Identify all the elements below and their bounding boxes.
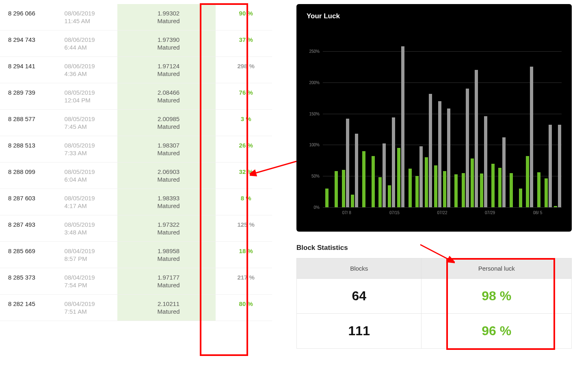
bar-group bbox=[470, 33, 479, 207]
cell-pct: 217 % bbox=[216, 268, 272, 295]
cell-block: 8 288 513 bbox=[0, 136, 56, 163]
bar-group bbox=[323, 33, 331, 207]
bar-gray bbox=[429, 94, 432, 208]
chart-title: Your Luck bbox=[307, 12, 562, 20]
stats-header-blocks: Blocks bbox=[297, 258, 422, 279]
bar-group bbox=[406, 33, 414, 207]
cell-date: 08/05/201912:04 PM bbox=[56, 83, 117, 110]
cell-block: 8 294 141 bbox=[0, 57, 56, 83]
cell-block: 8 282 145 bbox=[0, 295, 56, 321]
bar-green bbox=[362, 151, 365, 207]
cell-date: 08/04/20197:51 AM bbox=[56, 295, 117, 321]
cell-date: 08/06/20194:36 AM bbox=[56, 57, 117, 83]
bar-group bbox=[360, 33, 368, 207]
x-tick: 07/22 bbox=[418, 210, 466, 215]
bar-group bbox=[452, 33, 460, 207]
bar-group bbox=[535, 33, 543, 207]
bar-group bbox=[397, 33, 405, 207]
x-tick: 08/ 5 bbox=[514, 210, 562, 215]
bar-green bbox=[378, 177, 382, 207]
blocks-panel: 8 296 066 08/06/201911:45 AM 1.99302Matu… bbox=[0, 0, 272, 384]
cell-date: 08/05/20197:45 AM bbox=[56, 110, 117, 136]
bar-green bbox=[409, 169, 412, 207]
bar-green bbox=[526, 156, 529, 207]
bar-group bbox=[415, 33, 424, 207]
bar-group bbox=[387, 33, 396, 207]
chart-plot-area: 0%50%100%150%200%250% bbox=[323, 33, 562, 207]
right-panel: Your Luck 0%50%100%150%200%250% 07/ 807/… bbox=[272, 0, 588, 384]
stats-luck: 96 % bbox=[422, 314, 572, 349]
table-row: 8 282 145 08/04/20197:51 AM 2.10211Matur… bbox=[0, 295, 272, 321]
stats-header-luck: Personal luck bbox=[422, 258, 572, 279]
cell-reward: 1.97390Matured bbox=[117, 30, 216, 57]
bar-green bbox=[480, 174, 483, 207]
bar-gray bbox=[447, 108, 450, 207]
table-row: 8 294 141 08/06/20194:36 AM 1.97124Matur… bbox=[0, 57, 272, 83]
table-row: 8 285 373 08/04/20197:54 PM 1.97177Matur… bbox=[0, 268, 272, 295]
bar-gray bbox=[475, 70, 478, 207]
gridline bbox=[323, 207, 562, 208]
stats-table: Blocks Personal luck 64 98 %111 96 % bbox=[296, 258, 572, 349]
bar-green bbox=[454, 174, 458, 207]
cell-reward: 1.97322Matured bbox=[117, 215, 216, 242]
cell-date: 08/05/20197:33 AM bbox=[56, 136, 117, 163]
bar-gray bbox=[558, 125, 561, 207]
y-tick: 100% bbox=[309, 143, 320, 147]
cell-pct: 298 % bbox=[216, 57, 272, 83]
cell-block: 8 287 493 bbox=[0, 215, 56, 242]
bar-green bbox=[443, 171, 446, 207]
bar-green bbox=[434, 165, 437, 207]
bar-group bbox=[516, 33, 525, 207]
bar-group bbox=[350, 33, 359, 207]
bar-group bbox=[498, 33, 506, 207]
bar-group bbox=[378, 33, 387, 207]
bar-green bbox=[425, 157, 428, 207]
y-tick: 250% bbox=[309, 49, 320, 54]
cell-reward: 1.98307Matured bbox=[117, 136, 216, 163]
x-tick: 07/ 8 bbox=[323, 210, 371, 215]
cell-date: 08/05/20193:48 AM bbox=[56, 215, 117, 242]
bar-green bbox=[342, 170, 345, 207]
bar-green bbox=[397, 148, 400, 207]
bar-green bbox=[372, 156, 375, 207]
bar-group bbox=[443, 33, 451, 207]
bar-green bbox=[545, 178, 548, 207]
y-tick: 150% bbox=[309, 111, 320, 116]
cell-reward: 1.99302Matured bbox=[117, 4, 216, 30]
bar-gray bbox=[530, 67, 533, 207]
bar-green bbox=[462, 173, 465, 207]
cell-date: 08/04/20198:57 PM bbox=[56, 242, 117, 268]
cell-block: 8 288 577 bbox=[0, 110, 56, 136]
cell-pct: 26 % bbox=[216, 136, 272, 163]
cell-reward: 2.06903Matured bbox=[117, 163, 216, 189]
cell-pct: 80 % bbox=[216, 295, 272, 321]
bar-group bbox=[369, 33, 377, 207]
cell-block: 8 296 066 bbox=[0, 4, 56, 30]
bar-green bbox=[471, 158, 474, 207]
cell-date: 08/05/20194:17 AM bbox=[56, 189, 117, 215]
stats-blocks: 111 bbox=[297, 314, 422, 349]
bar-green bbox=[554, 206, 557, 207]
stats-row: 64 98 % bbox=[297, 279, 572, 314]
cell-pct: 8 % bbox=[216, 189, 272, 215]
x-tick: 07/15 bbox=[371, 210, 419, 215]
x-tick: 07/29 bbox=[466, 210, 514, 215]
cell-block: 8 287 603 bbox=[0, 189, 56, 215]
bar-green bbox=[325, 189, 329, 207]
cell-block: 8 285 669 bbox=[0, 242, 56, 268]
cell-reward: 1.97177Matured bbox=[117, 268, 216, 295]
bar-group bbox=[341, 33, 350, 207]
cell-date: 08/05/20196:04 AM bbox=[56, 163, 117, 189]
chart-x-axis: 07/ 807/1507/2207/2908/ 5 bbox=[323, 210, 562, 215]
stats-luck: 98 % bbox=[422, 279, 572, 314]
cell-reward: 2.10211Matured bbox=[117, 295, 216, 321]
bar-green bbox=[510, 173, 513, 207]
table-row: 8 288 099 08/05/20196:04 AM 2.06903Matur… bbox=[0, 163, 272, 189]
luck-chart-card: Your Luck 0%50%100%150%200%250% 07/ 807/… bbox=[296, 4, 572, 232]
chart-bars bbox=[323, 33, 562, 207]
bar-gray bbox=[466, 89, 469, 207]
cell-pct: 32 % bbox=[216, 163, 272, 189]
table-row: 8 296 066 08/06/201911:45 AM 1.99302Matu… bbox=[0, 4, 272, 30]
cell-date: 08/06/201911:45 AM bbox=[56, 4, 117, 30]
bar-green bbox=[498, 168, 502, 207]
